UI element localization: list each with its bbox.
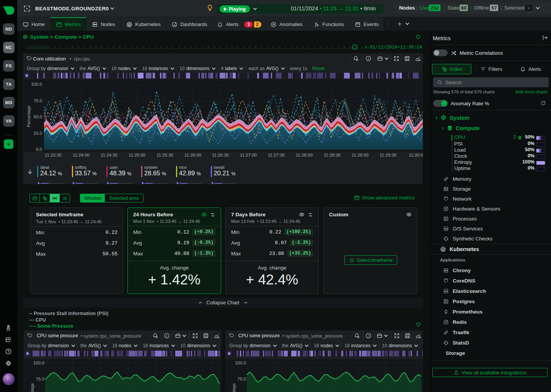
svg-text:OS: OS [444, 290, 447, 292]
svg-text:OS: OS [444, 228, 447, 230]
